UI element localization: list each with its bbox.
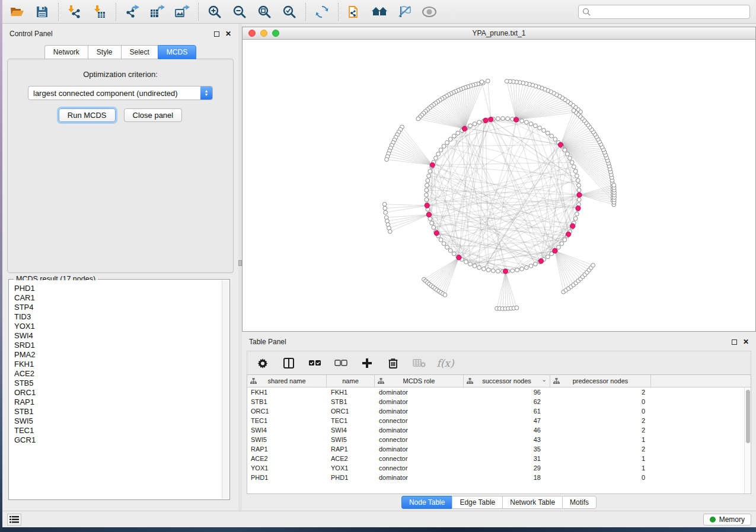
cell-MCDS-role[interactable]: connector [375,464,464,472]
tab-select[interactable]: Select [121,45,158,59]
export-image-icon[interactable] [173,3,191,21]
cell-predecessor-nodes[interactable]: 1 [550,464,651,472]
home-networks-icon[interactable] [371,3,388,21]
cell-name[interactable]: SWI4 [327,427,375,434]
mcds-result-list[interactable]: PHD1CAR1STP4TID3YOX1SWI4SRD1PMA2FKH1ACE2… [9,280,229,499]
mcds-result-item[interactable]: TEC1 [14,426,229,435]
import-table-icon[interactable] [91,3,109,21]
mcds-result-item[interactable]: PMA2 [14,350,229,360]
table-row[interactable]: SWI5SWI5connector431 [247,435,751,444]
cell-successor-nodes[interactable]: 31 [464,455,550,462]
cell-name[interactable]: TEC1 [327,417,375,424]
cell-shared-name[interactable]: ACE2 [247,455,327,462]
cell-successor-nodes[interactable]: 18 [464,474,550,481]
cell-MCDS-role[interactable]: connector [375,417,464,424]
cell-name[interactable]: PHD1 [327,474,375,481]
cell-name[interactable]: RAP1 [327,446,375,453]
cell-name[interactable]: SWI5 [327,436,375,443]
split-columns-icon[interactable] [282,356,296,370]
cell-predecessor-nodes[interactable]: 0 [550,474,651,481]
zoom-fit-icon[interactable] [256,3,273,21]
cell-MCDS-role[interactable]: dominator [375,398,464,405]
run-mcds-button[interactable]: Run MCDS [59,108,116,122]
panel-splitter[interactable] [238,24,242,511]
table-row[interactable]: TEC1TEC1connector472 [247,416,751,425]
cell-MCDS-role[interactable]: dominator [375,389,464,396]
tab-style[interactable]: Style [88,45,121,59]
cell-predecessor-nodes[interactable]: 2 [550,446,651,453]
table-row[interactable]: ORC1ORC1dominator610 [247,406,751,416]
cell-name[interactable]: YOX1 [327,464,375,472]
tab-network[interactable]: Network [44,45,88,59]
cell-MCDS-role[interactable]: dominator [375,427,464,434]
cell-name[interactable]: ORC1 [327,408,375,415]
cell-MCDS-role[interactable]: dominator [375,474,464,481]
cell-successor-nodes[interactable]: 46 [464,427,550,434]
zoom-in-icon[interactable] [206,3,224,21]
tab-motifs[interactable]: Motifs [562,496,596,509]
column-header-successor-nodes[interactable]: successor nodes⌄ [464,375,550,387]
column-header-name[interactable]: name [327,375,375,387]
hide-flag-icon[interactable] [395,3,413,21]
cell-successor-nodes[interactable]: 29 [464,464,550,472]
mcds-result-item[interactable]: STB5 [14,379,229,388]
mcds-result-item[interactable]: SWI5 [14,416,229,426]
cell-MCDS-role[interactable]: connector [375,455,464,462]
cell-predecessor-nodes[interactable]: 0 [550,398,651,405]
cell-shared-name[interactable]: TEC1 [247,417,327,424]
mcds-result-item[interactable]: STP4 [14,303,229,312]
tab-network-table[interactable]: Network Table [502,496,562,509]
splitter-handle-icon[interactable] [238,260,242,266]
column-header-MCDS-role[interactable]: MCDS role [375,375,464,387]
import-network-icon[interactable] [66,3,84,21]
network-view-titlebar[interactable]: YPA_prune.txt_1 [243,27,755,40]
cell-shared-name[interactable]: FKH1 [247,389,327,396]
open-session-icon[interactable] [8,3,26,21]
memory-button[interactable]: Memory [703,514,751,525]
cell-predecessor-nodes[interactable]: 0 [550,408,651,415]
cell-predecessor-nodes[interactable]: 2 [550,417,651,424]
cell-MCDS-role[interactable]: dominator [375,446,464,453]
cell-shared-name[interactable]: ORC1 [247,408,327,415]
cell-shared-name[interactable]: STB1 [247,398,327,405]
zoom-out-icon[interactable] [231,3,248,21]
network-file-icon[interactable] [346,3,363,21]
tab-mcds[interactable]: MCDS [158,45,196,59]
cell-successor-nodes[interactable]: 96 [464,389,550,396]
table-settings-icon[interactable] [256,356,270,370]
refresh-icon[interactable] [313,3,331,21]
table-scrollbar[interactable] [744,387,751,493]
export-network-icon[interactable] [123,3,141,21]
cell-successor-nodes[interactable]: 35 [464,446,550,453]
show-eye-icon[interactable] [420,3,438,21]
cell-successor-nodes[interactable]: 47 [464,417,550,424]
table-row[interactable]: ACE2ACE2connector311 [247,454,751,463]
zoom-selected-icon[interactable] [280,3,298,21]
network-canvas[interactable] [243,40,755,331]
cell-predecessor-nodes[interactable]: 1 [550,455,651,462]
save-session-icon[interactable] [33,3,51,21]
mcds-result-item[interactable]: STB1 [14,407,229,416]
cell-successor-nodes[interactable]: 43 [464,436,550,443]
table-row[interactable]: FKH1FKH1dominator962 [247,387,751,397]
column-header-predecessor-nodes[interactable]: predecessor nodes [550,375,651,387]
cell-predecessor-nodes[interactable]: 2 [550,427,651,434]
close-table-panel-icon[interactable]: ✕ [743,339,749,345]
network-graph[interactable] [243,40,755,331]
optimization-criterion-select[interactable]: largest connected component (undirected)… [28,86,213,100]
mcds-result-item[interactable]: TID3 [14,312,229,322]
close-panel-button[interactable]: Close panel [124,108,183,122]
task-history-button[interactable] [7,514,21,525]
close-panel-icon[interactable]: ✕ [225,31,231,37]
cell-shared-name[interactable]: YOX1 [247,464,327,472]
mcds-result-item[interactable]: YOX1 [14,322,229,331]
cell-shared-name[interactable]: SWI4 [247,427,327,434]
cell-shared-name[interactable]: SWI5 [247,436,327,443]
cell-shared-name[interactable]: PHD1 [247,474,327,481]
cell-predecessor-nodes[interactable]: 2 [550,389,651,396]
float-table-panel-icon[interactable] [732,339,737,345]
cell-shared-name[interactable]: RAP1 [247,446,327,453]
cell-MCDS-role[interactable]: connector [375,436,464,443]
mcds-result-item[interactable]: RAP1 [14,398,229,407]
cell-name[interactable]: FKH1 [327,389,375,396]
